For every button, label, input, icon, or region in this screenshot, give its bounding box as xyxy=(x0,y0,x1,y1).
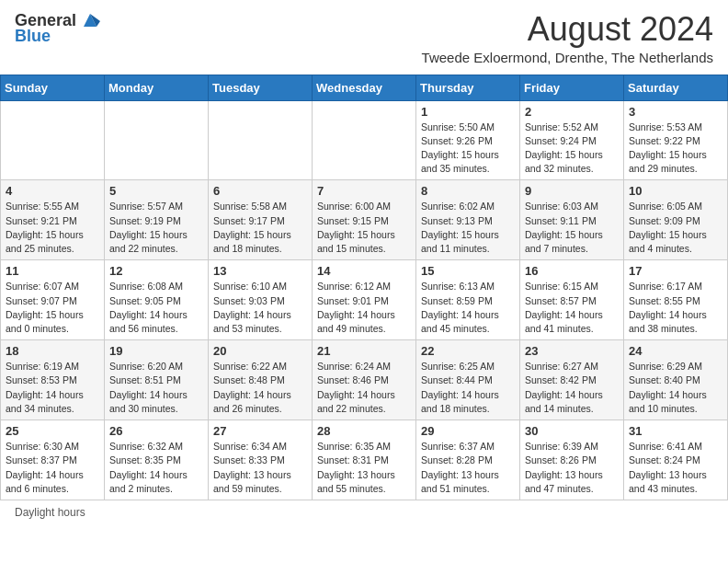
day-number: 9 xyxy=(525,184,619,198)
day-info: Sunrise: 6:41 AMSunset: 8:24 PMDaylight:… xyxy=(629,441,707,494)
legend: Daylight hours xyxy=(0,500,728,524)
calendar-cell xyxy=(209,100,313,180)
calendar-cell: 6 Sunrise: 5:58 AMSunset: 9:17 PMDayligh… xyxy=(209,180,313,260)
day-number: 1 xyxy=(421,105,515,119)
day-number: 18 xyxy=(6,344,99,358)
calendar-cell: 9 Sunrise: 6:03 AMSunset: 9:11 PMDayligh… xyxy=(520,180,624,260)
calendar-cell: 28 Sunrise: 6:35 AMSunset: 8:31 PMDaylig… xyxy=(313,420,416,500)
day-number: 2 xyxy=(525,105,619,119)
day-info: Sunrise: 6:30 AMSunset: 8:37 PMDaylight:… xyxy=(6,441,84,494)
day-info: Sunrise: 6:35 AMSunset: 8:31 PMDaylight:… xyxy=(317,441,395,494)
day-number: 27 xyxy=(213,424,307,438)
calendar-week-row: 1 Sunrise: 5:50 AMSunset: 9:26 PMDayligh… xyxy=(1,100,728,180)
day-number: 13 xyxy=(213,264,307,278)
logo-icon xyxy=(80,10,100,30)
day-info: Sunrise: 6:15 AMSunset: 8:57 PMDaylight:… xyxy=(525,281,603,334)
calendar-cell: 24 Sunrise: 6:29 AMSunset: 8:40 PMDaylig… xyxy=(624,340,728,420)
day-number: 28 xyxy=(317,424,411,438)
day-info: Sunrise: 6:22 AMSunset: 8:48 PMDaylight:… xyxy=(213,361,291,414)
day-info: Sunrise: 6:20 AMSunset: 8:51 PMDaylight:… xyxy=(109,361,188,414)
day-info: Sunrise: 6:19 AMSunset: 8:53 PMDaylight:… xyxy=(6,361,84,414)
daylight-hours-label: Daylight hours xyxy=(15,506,85,519)
calendar-cell: 17 Sunrise: 6:17 AMSunset: 8:55 PMDaylig… xyxy=(624,260,728,340)
calendar-cell: 5 Sunrise: 5:57 AMSunset: 9:19 PMDayligh… xyxy=(105,180,209,260)
day-info: Sunrise: 6:29 AMSunset: 8:40 PMDaylight:… xyxy=(629,361,707,414)
calendar-cell: 14 Sunrise: 6:12 AMSunset: 9:01 PMDaylig… xyxy=(313,260,416,340)
calendar-cell: 29 Sunrise: 6:37 AMSunset: 8:28 PMDaylig… xyxy=(416,420,520,500)
calendar-cell: 4 Sunrise: 5:55 AMSunset: 9:21 PMDayligh… xyxy=(1,180,105,260)
day-number: 11 xyxy=(6,264,99,278)
calendar-cell: 16 Sunrise: 6:15 AMSunset: 8:57 PMDaylig… xyxy=(520,260,624,340)
calendar-cell: 8 Sunrise: 6:02 AMSunset: 9:13 PMDayligh… xyxy=(416,180,520,260)
day-number: 25 xyxy=(6,424,99,438)
calendar-cell: 1 Sunrise: 5:50 AMSunset: 9:26 PMDayligh… xyxy=(416,100,520,180)
day-number: 15 xyxy=(421,264,515,278)
day-info: Sunrise: 6:12 AMSunset: 9:01 PMDaylight:… xyxy=(317,281,395,334)
day-number: 8 xyxy=(421,184,515,198)
subtitle: Tweede Exloermond, Drenthe, The Netherla… xyxy=(100,50,713,65)
day-number: 6 xyxy=(213,184,307,198)
day-info: Sunrise: 6:39 AMSunset: 8:26 PMDaylight:… xyxy=(525,441,603,494)
day-number: 10 xyxy=(629,184,722,198)
calendar-header-sunday: Sunday xyxy=(1,75,105,100)
day-info: Sunrise: 6:32 AMSunset: 8:35 PMDaylight:… xyxy=(109,441,188,494)
day-number: 29 xyxy=(421,424,515,438)
day-info: Sunrise: 6:03 AMSunset: 9:11 PMDaylight:… xyxy=(525,201,603,254)
calendar-cell: 2 Sunrise: 5:52 AMSunset: 9:24 PMDayligh… xyxy=(520,100,624,180)
day-number: 12 xyxy=(109,264,203,278)
day-info: Sunrise: 5:57 AMSunset: 9:19 PMDaylight:… xyxy=(109,201,188,254)
main-title: August 2024 xyxy=(100,11,713,48)
calendar-cell: 23 Sunrise: 6:27 AMSunset: 8:42 PMDaylig… xyxy=(520,340,624,420)
calendar-cell: 21 Sunrise: 6:24 AMSunset: 8:46 PMDaylig… xyxy=(313,340,416,420)
calendar-cell: 22 Sunrise: 6:25 AMSunset: 8:44 PMDaylig… xyxy=(416,340,520,420)
calendar-header-row: SundayMondayTuesdayWednesdayThursdayFrid… xyxy=(1,75,728,100)
calendar-cell: 19 Sunrise: 6:20 AMSunset: 8:51 PMDaylig… xyxy=(105,340,209,420)
day-number: 14 xyxy=(317,264,411,278)
day-info: Sunrise: 6:37 AMSunset: 8:28 PMDaylight:… xyxy=(421,441,499,494)
day-number: 5 xyxy=(109,184,203,198)
day-info: Sunrise: 6:17 AMSunset: 8:55 PMDaylight:… xyxy=(629,281,707,334)
day-info: Sunrise: 6:25 AMSunset: 8:44 PMDaylight:… xyxy=(421,361,499,414)
day-number: 31 xyxy=(629,424,722,438)
day-info: Sunrise: 6:05 AMSunset: 9:09 PMDaylight:… xyxy=(629,201,707,254)
calendar-cell: 20 Sunrise: 6:22 AMSunset: 8:48 PMDaylig… xyxy=(209,340,313,420)
title-block: August 2024 Tweede Exloermond, Drenthe, … xyxy=(100,11,713,65)
logo: General Blue xyxy=(15,11,100,46)
calendar-cell: 7 Sunrise: 6:00 AMSunset: 9:15 PMDayligh… xyxy=(313,180,416,260)
calendar-cell: 31 Sunrise: 6:41 AMSunset: 8:24 PMDaylig… xyxy=(624,420,728,500)
day-info: Sunrise: 6:07 AMSunset: 9:07 PMDaylight:… xyxy=(6,281,84,334)
day-number: 30 xyxy=(525,424,619,438)
day-number: 24 xyxy=(629,344,722,358)
day-info: Sunrise: 6:08 AMSunset: 9:05 PMDaylight:… xyxy=(109,281,188,334)
calendar-cell: 3 Sunrise: 5:53 AMSunset: 9:22 PMDayligh… xyxy=(624,100,728,180)
calendar-cell: 12 Sunrise: 6:08 AMSunset: 9:05 PMDaylig… xyxy=(105,260,209,340)
day-info: Sunrise: 6:10 AMSunset: 9:03 PMDaylight:… xyxy=(213,281,291,334)
calendar-header-wednesday: Wednesday xyxy=(313,75,416,100)
day-number: 19 xyxy=(109,344,203,358)
day-number: 16 xyxy=(525,264,619,278)
day-info: Sunrise: 5:58 AMSunset: 9:17 PMDaylight:… xyxy=(213,201,291,254)
day-number: 3 xyxy=(629,105,722,119)
calendar-cell: 18 Sunrise: 6:19 AMSunset: 8:53 PMDaylig… xyxy=(1,340,105,420)
calendar-header-saturday: Saturday xyxy=(624,75,728,100)
day-info: Sunrise: 5:53 AMSunset: 9:22 PMDaylight:… xyxy=(629,121,707,175)
day-number: 17 xyxy=(629,264,722,278)
day-number: 23 xyxy=(525,344,619,358)
day-info: Sunrise: 5:52 AMSunset: 9:24 PMDaylight:… xyxy=(525,121,603,175)
calendar-cell xyxy=(313,100,416,180)
calendar-cell: 30 Sunrise: 6:39 AMSunset: 8:26 PMDaylig… xyxy=(520,420,624,500)
day-info: Sunrise: 5:55 AMSunset: 9:21 PMDaylight:… xyxy=(6,201,84,254)
day-info: Sunrise: 6:34 AMSunset: 8:33 PMDaylight:… xyxy=(213,441,291,494)
day-number: 4 xyxy=(6,184,99,198)
calendar-cell: 27 Sunrise: 6:34 AMSunset: 8:33 PMDaylig… xyxy=(209,420,313,500)
calendar-header-friday: Friday xyxy=(520,75,624,100)
day-number: 7 xyxy=(317,184,411,198)
day-number: 21 xyxy=(317,344,411,358)
calendar-header-tuesday: Tuesday xyxy=(209,75,313,100)
day-info: Sunrise: 6:13 AMSunset: 8:59 PMDaylight:… xyxy=(421,281,499,334)
day-number: 20 xyxy=(213,344,307,358)
logo-text-blue: Blue xyxy=(15,27,51,46)
day-info: Sunrise: 5:50 AMSunset: 9:26 PMDaylight:… xyxy=(421,121,499,175)
day-info: Sunrise: 6:00 AMSunset: 9:15 PMDaylight:… xyxy=(317,201,395,254)
calendar-cell: 10 Sunrise: 6:05 AMSunset: 9:09 PMDaylig… xyxy=(624,180,728,260)
